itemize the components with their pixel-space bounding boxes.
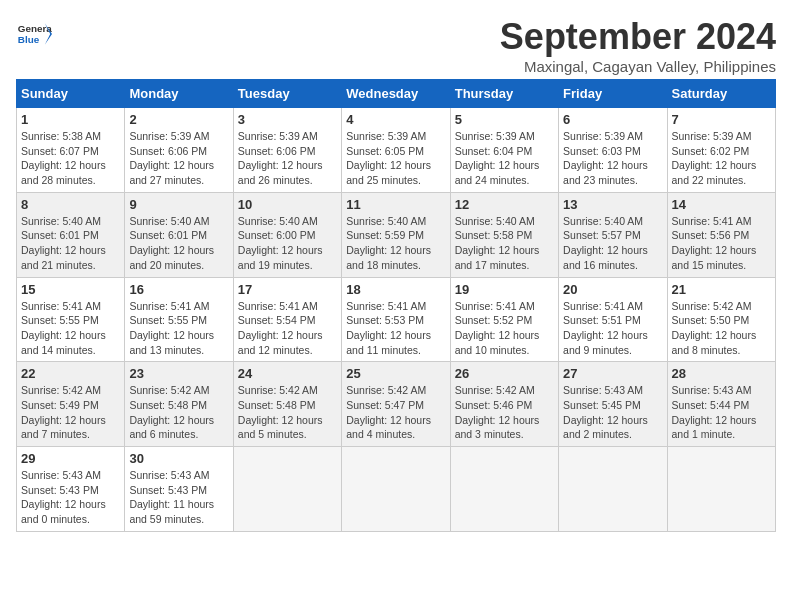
col-monday: Monday [125, 80, 233, 108]
day-detail: Sunrise: 5:40 AMSunset: 6:01 PMDaylight:… [21, 214, 120, 273]
day-detail: Sunrise: 5:42 AMSunset: 5:49 PMDaylight:… [21, 383, 120, 442]
svg-text:Blue: Blue [18, 34, 40, 45]
day-detail: Sunrise: 5:40 AMSunset: 5:59 PMDaylight:… [346, 214, 445, 273]
day-detail: Sunrise: 5:39 AMSunset: 6:02 PMDaylight:… [672, 129, 771, 188]
day-detail: Sunrise: 5:42 AMSunset: 5:48 PMDaylight:… [129, 383, 228, 442]
day-detail: Sunrise: 5:39 AMSunset: 6:05 PMDaylight:… [346, 129, 445, 188]
table-row: 12 Sunrise: 5:40 AMSunset: 5:58 PMDaylig… [450, 192, 558, 277]
day-detail: Sunrise: 5:43 AMSunset: 5:44 PMDaylight:… [672, 383, 771, 442]
day-number: 5 [455, 112, 554, 127]
day-detail: Sunrise: 5:41 AMSunset: 5:54 PMDaylight:… [238, 299, 337, 358]
col-tuesday: Tuesday [233, 80, 341, 108]
table-row: 26 Sunrise: 5:42 AMSunset: 5:46 PMDaylig… [450, 362, 558, 447]
table-row: 25 Sunrise: 5:42 AMSunset: 5:47 PMDaylig… [342, 362, 450, 447]
table-row: 23 Sunrise: 5:42 AMSunset: 5:48 PMDaylig… [125, 362, 233, 447]
day-detail: Sunrise: 5:41 AMSunset: 5:55 PMDaylight:… [21, 299, 120, 358]
day-number: 3 [238, 112, 337, 127]
calendar-week-row: 8 Sunrise: 5:40 AMSunset: 6:01 PMDayligh… [17, 192, 776, 277]
day-number: 22 [21, 366, 120, 381]
col-wednesday: Wednesday [342, 80, 450, 108]
day-number: 13 [563, 197, 662, 212]
day-detail: Sunrise: 5:43 AMSunset: 5:43 PMDaylight:… [21, 468, 120, 527]
day-number: 12 [455, 197, 554, 212]
day-number: 19 [455, 282, 554, 297]
table-row: 20 Sunrise: 5:41 AMSunset: 5:51 PMDaylig… [559, 277, 667, 362]
day-detail: Sunrise: 5:39 AMSunset: 6:04 PMDaylight:… [455, 129, 554, 188]
logo-svg: General Blue [16, 16, 52, 52]
table-row: 28 Sunrise: 5:43 AMSunset: 5:44 PMDaylig… [667, 362, 775, 447]
table-row: 21 Sunrise: 5:42 AMSunset: 5:50 PMDaylig… [667, 277, 775, 362]
day-number: 23 [129, 366, 228, 381]
table-row: 15 Sunrise: 5:41 AMSunset: 5:55 PMDaylig… [17, 277, 125, 362]
day-number: 15 [21, 282, 120, 297]
day-detail: Sunrise: 5:41 AMSunset: 5:52 PMDaylight:… [455, 299, 554, 358]
title-area: September 2024 Maxingal, Cagayan Valley,… [500, 16, 776, 75]
day-detail: Sunrise: 5:43 AMSunset: 5:43 PMDaylight:… [129, 468, 228, 527]
table-row: 10 Sunrise: 5:40 AMSunset: 6:00 PMDaylig… [233, 192, 341, 277]
day-number: 24 [238, 366, 337, 381]
table-row [667, 447, 775, 532]
day-number: 6 [563, 112, 662, 127]
day-detail: Sunrise: 5:41 AMSunset: 5:53 PMDaylight:… [346, 299, 445, 358]
day-detail: Sunrise: 5:39 AMSunset: 6:06 PMDaylight:… [238, 129, 337, 188]
col-saturday: Saturday [667, 80, 775, 108]
table-row: 24 Sunrise: 5:42 AMSunset: 5:48 PMDaylig… [233, 362, 341, 447]
day-number: 25 [346, 366, 445, 381]
table-row: 8 Sunrise: 5:40 AMSunset: 6:01 PMDayligh… [17, 192, 125, 277]
day-detail: Sunrise: 5:40 AMSunset: 5:58 PMDaylight:… [455, 214, 554, 273]
col-sunday: Sunday [17, 80, 125, 108]
day-number: 18 [346, 282, 445, 297]
calendar-week-row: 22 Sunrise: 5:42 AMSunset: 5:49 PMDaylig… [17, 362, 776, 447]
table-row: 11 Sunrise: 5:40 AMSunset: 5:59 PMDaylig… [342, 192, 450, 277]
table-row: 29 Sunrise: 5:43 AMSunset: 5:43 PMDaylig… [17, 447, 125, 532]
day-detail: Sunrise: 5:42 AMSunset: 5:46 PMDaylight:… [455, 383, 554, 442]
day-number: 4 [346, 112, 445, 127]
day-number: 9 [129, 197, 228, 212]
header: General Blue September 2024 Maxingal, Ca… [16, 16, 776, 75]
day-number: 20 [563, 282, 662, 297]
day-number: 27 [563, 366, 662, 381]
day-detail: Sunrise: 5:41 AMSunset: 5:55 PMDaylight:… [129, 299, 228, 358]
day-detail: Sunrise: 5:42 AMSunset: 5:48 PMDaylight:… [238, 383, 337, 442]
day-number: 28 [672, 366, 771, 381]
day-detail: Sunrise: 5:39 AMSunset: 6:03 PMDaylight:… [563, 129, 662, 188]
day-number: 10 [238, 197, 337, 212]
day-number: 1 [21, 112, 120, 127]
table-row: 13 Sunrise: 5:40 AMSunset: 5:57 PMDaylig… [559, 192, 667, 277]
table-row: 4 Sunrise: 5:39 AMSunset: 6:05 PMDayligh… [342, 108, 450, 193]
day-number: 11 [346, 197, 445, 212]
day-number: 21 [672, 282, 771, 297]
table-row: 5 Sunrise: 5:39 AMSunset: 6:04 PMDayligh… [450, 108, 558, 193]
table-row: 14 Sunrise: 5:41 AMSunset: 5:56 PMDaylig… [667, 192, 775, 277]
day-number: 16 [129, 282, 228, 297]
calendar-header-row: Sunday Monday Tuesday Wednesday Thursday… [17, 80, 776, 108]
day-number: 2 [129, 112, 228, 127]
table-row: 9 Sunrise: 5:40 AMSunset: 6:01 PMDayligh… [125, 192, 233, 277]
col-friday: Friday [559, 80, 667, 108]
calendar: Sunday Monday Tuesday Wednesday Thursday… [16, 79, 776, 532]
calendar-week-row: 15 Sunrise: 5:41 AMSunset: 5:55 PMDaylig… [17, 277, 776, 362]
day-detail: Sunrise: 5:40 AMSunset: 6:00 PMDaylight:… [238, 214, 337, 273]
table-row: 22 Sunrise: 5:42 AMSunset: 5:49 PMDaylig… [17, 362, 125, 447]
day-number: 14 [672, 197, 771, 212]
day-detail: Sunrise: 5:39 AMSunset: 6:06 PMDaylight:… [129, 129, 228, 188]
calendar-week-row: 29 Sunrise: 5:43 AMSunset: 5:43 PMDaylig… [17, 447, 776, 532]
day-detail: Sunrise: 5:43 AMSunset: 5:45 PMDaylight:… [563, 383, 662, 442]
table-row: 30 Sunrise: 5:43 AMSunset: 5:43 PMDaylig… [125, 447, 233, 532]
col-thursday: Thursday [450, 80, 558, 108]
table-row [342, 447, 450, 532]
table-row [450, 447, 558, 532]
day-number: 30 [129, 451, 228, 466]
table-row [233, 447, 341, 532]
day-detail: Sunrise: 5:41 AMSunset: 5:56 PMDaylight:… [672, 214, 771, 273]
day-detail: Sunrise: 5:42 AMSunset: 5:50 PMDaylight:… [672, 299, 771, 358]
day-number: 26 [455, 366, 554, 381]
table-row: 19 Sunrise: 5:41 AMSunset: 5:52 PMDaylig… [450, 277, 558, 362]
table-row: 7 Sunrise: 5:39 AMSunset: 6:02 PMDayligh… [667, 108, 775, 193]
logo: General Blue [16, 16, 52, 52]
table-row: 1 Sunrise: 5:38 AMSunset: 6:07 PMDayligh… [17, 108, 125, 193]
day-number: 29 [21, 451, 120, 466]
table-row: 16 Sunrise: 5:41 AMSunset: 5:55 PMDaylig… [125, 277, 233, 362]
day-number: 7 [672, 112, 771, 127]
table-row [559, 447, 667, 532]
